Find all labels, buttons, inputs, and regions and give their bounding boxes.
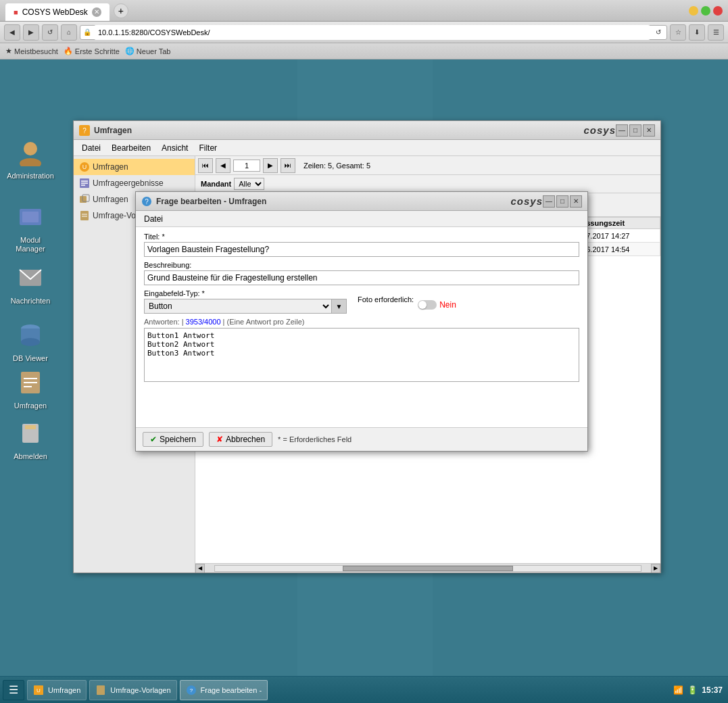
frage-window-controls: — □ ✕ <box>543 195 582 208</box>
umfragen-close-btn[interactable]: ✕ <box>643 124 655 137</box>
umfragen-menubar: Datei Bearbeiten Ansicht Filter <box>74 140 660 156</box>
umfragen-titlebar: ? Umfragen cosys — □ ✕ <box>74 121 660 140</box>
umfragen-maximize-btn[interactable]: □ <box>629 124 641 137</box>
browser-titlebar: ■ COSYS WebDesk ✕ + <box>0 0 728 22</box>
svg-text:U: U <box>37 687 41 694</box>
beschreibung-row: Beschreibung: <box>144 261 579 285</box>
scroll-right-btn[interactable]: ▶ <box>651 564 660 573</box>
required-note: * = Erforderliches Feld <box>278 435 351 443</box>
browser-tab[interactable]: ■ COSYS WebDesk ✕ <box>5 3 110 21</box>
window-maximize-btn[interactable] <box>701 6 710 16</box>
foto-label: Foto erforderlich: <box>358 295 414 304</box>
bookmark-meistbesucht[interactable]: ★ Meistbesucht <box>5 47 58 55</box>
svg-point-0 <box>24 142 37 155</box>
network-icon: 📶 <box>673 685 683 695</box>
new-tab-button[interactable]: + <box>114 3 128 18</box>
reload-button[interactable]: ↺ <box>42 24 58 41</box>
eingabefeld-foto-row: Eingabefeld-Typ: * Button ▼ Foto erforde… <box>144 289 579 314</box>
scrollbar-track[interactable] <box>214 565 641 572</box>
window-close-btn[interactable] <box>713 6 723 16</box>
taskbar-umfrage-vorlagen[interactable]: Umfrage-Vorlagen <box>89 680 176 700</box>
eingabefeld-select[interactable]: Button <box>144 299 332 314</box>
sidebar-item-umfragen-active[interactable]: U Umfragen <box>74 159 195 175</box>
umfragen-window-icon: ? <box>79 125 90 136</box>
nachrichten-icon <box>14 262 47 294</box>
frage-minimize-btn[interactable]: — <box>543 195 555 208</box>
desktop-icon-abmelden[interactable]: Abmelden <box>7 414 54 464</box>
taskbar-frage-bearbeiten[interactable]: ? Frage bearbeiten - <box>180 680 268 700</box>
menu-bearbeiten[interactable]: Bearbeiten <box>106 142 156 154</box>
toggle-knob <box>418 301 427 309</box>
desktop: Administration Modul Manager Nachrichten <box>0 59 728 676</box>
frage-menubar: Datei <box>136 211 587 227</box>
svg-point-7 <box>21 338 40 346</box>
modul-manager-icon <box>14 201 47 233</box>
eingabefeld-section: Eingabefeld-Typ: * Button ▼ <box>144 289 347 314</box>
foto-toggle[interactable] <box>418 300 437 310</box>
menu-ansicht[interactable]: Ansicht <box>156 142 193 154</box>
nav-next-btn[interactable]: ▶ <box>263 158 278 173</box>
scroll-left-btn[interactable]: ◀ <box>195 564 205 573</box>
home-button[interactable]: ⌂ <box>61 24 77 41</box>
url-input[interactable] <box>94 25 650 40</box>
umfragen-icon <box>14 366 47 399</box>
eingabefeld-select-btn[interactable]: ▼ <box>332 299 347 314</box>
desktop-icon-db-viewer[interactable]: DB Viewer <box>7 316 54 366</box>
forward-button[interactable]: ▶ <box>23 24 39 41</box>
browser-menu-btn[interactable]: ☰ <box>708 24 724 41</box>
window-frage: ? Frage bearbeiten - Umfragen cosys — □ … <box>135 191 588 452</box>
bookmark-erste-schritte[interactable]: 🔥 Erste Schritte <box>64 47 120 55</box>
menu-datei[interactable]: Datei <box>76 142 106 154</box>
beschreibung-input[interactable] <box>144 270 579 285</box>
cancel-button[interactable]: ✘ Abbrechen <box>209 432 272 447</box>
sidebar-item-ergebnisse[interactable]: Umfrageergebnisse <box>74 175 195 191</box>
tab-title: COSYS WebDesk <box>22 7 88 17</box>
nein-label: Nein <box>439 300 456 310</box>
nav-last-btn[interactable]: ⏭ <box>281 158 295 173</box>
mandant-select[interactable]: Alle <box>234 178 264 190</box>
abmelden-icon <box>14 417 47 450</box>
start-button[interactable]: ☰ <box>3 680 24 700</box>
answers-textarea[interactable]: Button1 Antwort Button2 Antwort Button3 … <box>144 328 579 382</box>
taskbar: ☰ U Umfragen Umfrage-Vorlagen ? Frage be… <box>0 676 728 703</box>
save-button[interactable]: ✔ Speichern <box>143 432 203 447</box>
umfragen-window-title: Umfragen <box>94 126 583 135</box>
svg-text:U: U <box>82 164 87 170</box>
titel-input[interactable] <box>144 242 579 257</box>
svg-rect-24 <box>80 211 89 220</box>
sidebar-umfragen-icon: U <box>79 162 90 172</box>
window-minimize-btn[interactable] <box>689 6 698 16</box>
desktop-icon-administration[interactable]: Administration <box>7 134 54 183</box>
umfragen-label: Umfragen <box>14 402 47 410</box>
horizontal-scrollbar[interactable]: ◀ ▶ <box>195 563 660 573</box>
taskbar-umfragen[interactable]: U Umfragen <box>27 680 87 700</box>
eingabefeld-select-wrap: Button ▼ <box>144 299 347 314</box>
taskbar-vorlagen-icon <box>95 685 106 696</box>
save-check-icon: ✔ <box>150 435 157 444</box>
desktop-icon-nachrichten[interactable]: Nachrichten <box>7 259 54 308</box>
page-input[interactable] <box>233 160 260 172</box>
frage-close-btn[interactable]: ✕ <box>570 195 582 208</box>
administration-icon <box>14 137 47 169</box>
url-reload-button[interactable]: ↺ <box>653 24 664 41</box>
download-btn[interactable]: ⬇ <box>689 24 705 41</box>
back-button[interactable]: ◀ <box>4 24 20 41</box>
svg-text:?: ? <box>82 127 87 135</box>
nav-first-btn[interactable]: ⏮ <box>198 158 213 173</box>
menu-filter[interactable]: Filter <box>193 142 222 154</box>
answers-row: Antworten: | 3953/4000 | (Eine Antwort p… <box>144 318 579 384</box>
db-viewer-icon <box>14 319 47 352</box>
umfragen-minimize-btn[interactable]: — <box>616 124 628 137</box>
foto-section: Foto erforderlich: Nein <box>358 289 456 310</box>
bookmark-neuer-tab[interactable]: 🌐 Neuer Tab <box>125 47 171 55</box>
desktop-icon-umfragen[interactable]: Umfragen <box>7 364 54 413</box>
frage-menu-datei[interactable]: Datei <box>139 213 168 225</box>
nav-prev-btn[interactable]: ◀ <box>216 158 230 173</box>
frage-maximize-btn[interactable]: □ <box>556 195 568 208</box>
svg-rect-31 <box>97 685 105 695</box>
tab-close-button[interactable]: ✕ <box>92 7 101 17</box>
taskbar-frage-icon: ? <box>186 685 197 696</box>
desktop-icon-modul-manager[interactable]: Modul Manager <box>7 198 54 256</box>
scrollbar-thumb[interactable] <box>343 566 513 571</box>
bookmark-star[interactable]: ☆ <box>670 24 686 41</box>
